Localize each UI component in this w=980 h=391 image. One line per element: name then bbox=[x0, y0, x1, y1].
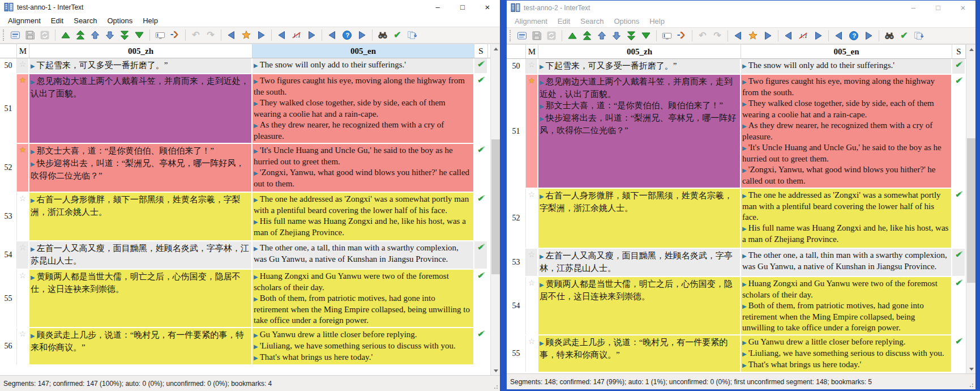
next-non-1-1-icon[interactable] bbox=[811, 29, 825, 42]
target-segment[interactable]: ▶They walked close together, side by sid… bbox=[254, 97, 471, 120]
source-segment[interactable]: ▶下起雪来，可又多受一番折磨了。” bbox=[31, 60, 249, 72]
source-segment[interactable]: ▶黄顾两人都是当世大儒，明亡之后，心伤国变，隐居不仕，这日连袂来到崇德。 bbox=[31, 271, 249, 295]
target-segment[interactable]: ▶Both of them, from patriotic motives, h… bbox=[254, 293, 471, 326]
target-segment[interactable]: ▶The snow will only add to their sufferi… bbox=[254, 60, 471, 71]
previous-non-1-1-icon[interactable] bbox=[782, 29, 795, 42]
confirmed-check-icon[interactable]: ✔ bbox=[956, 279, 962, 287]
bookmark-star-outline-icon[interactable]: ☆ bbox=[19, 271, 27, 279]
next-unconfirmed-icon[interactable] bbox=[862, 29, 875, 42]
bookmark-star-outline-icon[interactable]: ☆ bbox=[528, 61, 536, 69]
bookmark-cell[interactable]: ★ bbox=[17, 144, 29, 192]
move-segment-down-icon[interactable] bbox=[610, 29, 623, 42]
menu-options[interactable]: Options bbox=[609, 16, 644, 27]
vertical-scrollbar[interactable] bbox=[966, 45, 975, 373]
status-cell[interactable]: ✔ bbox=[474, 74, 488, 143]
status-cell[interactable]: ✔ bbox=[474, 144, 488, 192]
source-segment-cell[interactable]: ▶忽见南边大道上两个人戴着斗笠，并肩而来，走到近处，认出了面貌。▶那文士大喜，道… bbox=[538, 75, 741, 188]
status-cell[interactable]: ✔ bbox=[952, 249, 966, 276]
bookmark-cell[interactable]: ☆ bbox=[17, 193, 29, 240]
source-segment-cell[interactable]: ▶顾炎武走上几步，说道：“晚村兄，有一件要紧的事，特来和你商议。” bbox=[29, 328, 253, 364]
source-segment[interactable]: ▶顾炎武走上几步，说道：“晚村兄，有一件要紧的事，特来和你商议。” bbox=[31, 329, 249, 353]
confirmed-check-icon[interactable]: ✔ bbox=[956, 338, 962, 345]
confirmed-check-icon[interactable]: ✔ bbox=[478, 244, 484, 251]
target-segment[interactable]: ▶Huang Zongxi and Gu Yanwu were two of t… bbox=[254, 271, 471, 293]
bookmark-cell[interactable]: ☆ bbox=[17, 270, 29, 327]
target-segment-cell[interactable]: ▶The snow will only add to their sufferi… bbox=[253, 58, 474, 73]
source-segment-cell[interactable]: ▶右首一人身形微胖，颏下一部黑须，姓黄名宗羲，字梨洲，浙江余姚人士。 bbox=[538, 189, 741, 248]
scroll-down-arrow[interactable] bbox=[491, 366, 500, 375]
target-segment[interactable]: ▶Huang Zongxi and Gu Yanwu were two of t… bbox=[742, 278, 949, 300]
status-cell[interactable]: ✔ bbox=[474, 328, 488, 364]
menu-alignment[interactable]: Alignment bbox=[510, 16, 553, 27]
menu-search[interactable]: Search bbox=[69, 15, 102, 26]
bookmark-star-outline-icon[interactable]: ☆ bbox=[528, 190, 536, 198]
target-segment[interactable]: ▶'Zongxi, Yanwu, what good wind blows yo… bbox=[254, 167, 471, 189]
bookmark-star-outline-icon[interactable]: ☆ bbox=[528, 250, 536, 258]
target-segment[interactable]: ▶'It's Uncle Huang and Uncle Gu,' he sai… bbox=[742, 142, 949, 164]
toolbar-drag-handle[interactable] bbox=[510, 30, 512, 41]
shift-text-down-fast-icon[interactable] bbox=[624, 29, 638, 42]
shift-text-up-icon[interactable] bbox=[566, 29, 579, 42]
unconfirmed-status-icon[interactable]: ? bbox=[847, 29, 861, 42]
target-segment-cell[interactable]: ▶The one he addressed as 'Zongxi' was a … bbox=[741, 189, 952, 248]
target-segment[interactable]: ▶As they drew nearer, he recognized them… bbox=[254, 120, 471, 142]
minimize-button[interactable]: – bbox=[901, 1, 926, 15]
confirmed-check-icon[interactable]: ✔ bbox=[478, 195, 484, 202]
target-segment[interactable]: ▶That's what brings us here today.' bbox=[742, 359, 949, 371]
menu-search[interactable]: Search bbox=[575, 16, 609, 27]
bookmark-icon[interactable] bbox=[239, 28, 253, 42]
target-segment-cell[interactable]: ▶The snow will only add to their sufferi… bbox=[741, 59, 952, 74]
target-segment-cell[interactable]: ▶Gu Yanwu drew a little closer before re… bbox=[741, 335, 952, 372]
non-1-1-icon[interactable]: 1:1 bbox=[290, 28, 303, 42]
source-segment[interactable]: ▶右首一人身形微胖，颏下一部黑须，姓黄名宗羲，字梨洲，浙江余姚人士。 bbox=[31, 194, 249, 218]
target-segment[interactable]: ▶The other one, a tall, thin man with a … bbox=[742, 250, 949, 272]
target-segment[interactable]: ▶Two figures caught his eye, moving alon… bbox=[742, 76, 949, 98]
source-segment-cell[interactable]: ▶右首一人身形微胖，颏下一部黑须，姓黄名宗羲，字梨洲，浙江余姚人士。 bbox=[29, 193, 253, 240]
move-segment-down-icon[interactable] bbox=[103, 28, 117, 42]
target-segment-cell[interactable]: ▶Two figures caught his eye, moving alon… bbox=[741, 75, 952, 188]
previous-unconfirmed-icon[interactable] bbox=[326, 28, 339, 42]
menu-edit[interactable]: Edit bbox=[46, 15, 69, 26]
target-segment[interactable]: ▶His full name was Huang Zongxi and he, … bbox=[742, 223, 949, 245]
next-bookmark-icon[interactable] bbox=[761, 29, 774, 42]
source-segment[interactable]: ▶顾炎武走上几步，说道：“晚村兄，有一件要紧的事，特来和你商议。” bbox=[540, 337, 738, 360]
bookmark-star-icon[interactable]: ★ bbox=[528, 76, 536, 84]
title-bar[interactable]: test-anno-2 - InterText – □ × bbox=[507, 1, 975, 15]
source-segment-cell[interactable]: ▶那文士大喜，道：“是你黄伯伯、顾伯伯来了！”▶快步迎将出去，叫道：“梨洲兄、亭… bbox=[29, 144, 253, 192]
scroll-up-arrow[interactable] bbox=[966, 45, 975, 54]
source-segment-cell[interactable]: ▶左首一人又高又瘦，面目黝黑，姓顾名炎武，字亭林，江苏昆山人士。 bbox=[538, 249, 741, 276]
source-segment[interactable]: ▶右首一人身形微胖，颏下一部黑须，姓黄名宗羲，字梨洲，浙江余姚人士。 bbox=[540, 190, 738, 214]
scroll-down-arrow[interactable] bbox=[966, 364, 975, 373]
shift-text-up-icon[interactable] bbox=[59, 28, 72, 42]
confirmed-check-icon[interactable]: ✔ bbox=[478, 146, 484, 154]
edit-segment-icon[interactable] bbox=[153, 28, 167, 42]
menu-help[interactable]: Help bbox=[644, 16, 670, 27]
menu-alignment[interactable]: Alignment bbox=[3, 15, 46, 26]
menu-edit[interactable]: Edit bbox=[553, 16, 575, 27]
target-segment-cell[interactable]: ▶Huang Zongxi and Gu Yanwu were two of t… bbox=[253, 270, 474, 327]
next-non-1-1-icon[interactable] bbox=[305, 28, 318, 42]
confirmed-check-icon[interactable]: ✔ bbox=[956, 191, 962, 198]
bookmark-cell[interactable]: ☆ bbox=[526, 277, 538, 334]
bookmark-star-outline-icon[interactable]: ☆ bbox=[528, 337, 536, 345]
confirmed-check-icon[interactable]: ✔ bbox=[478, 330, 484, 338]
target-segment-cell[interactable]: ▶The other one, a tall, thin man with a … bbox=[741, 249, 952, 276]
target-segment[interactable]: ▶'Liuliang, we have something serious to… bbox=[742, 348, 949, 359]
scrollbar-thumb[interactable] bbox=[967, 138, 975, 283]
source-segment-cell[interactable]: ▶黄顾两人都是当世大儒，明亡之后，心伤国变，隐居不仕，这日连袂来到崇德。 bbox=[29, 270, 253, 327]
target-segment[interactable]: ▶His full name was Huang Zongxi and he, … bbox=[254, 216, 471, 238]
bookmark-cell[interactable]: ★ bbox=[526, 75, 538, 188]
bookmark-star-outline-icon[interactable]: ☆ bbox=[19, 194, 27, 202]
shift-text-down-icon[interactable] bbox=[132, 28, 146, 42]
resize-grip[interactable] bbox=[968, 382, 974, 388]
bookmark-cell[interactable]: ★ bbox=[17, 74, 29, 143]
bookmark-star-icon[interactable]: ★ bbox=[19, 146, 27, 154]
source-segment-cell[interactable]: ▶左首一人又高又瘦，面目黝黑，姓顾名炎武，字亭林，江苏昆山人士。 bbox=[29, 241, 253, 269]
close-button[interactable]: × bbox=[951, 1, 975, 15]
target-segment[interactable]: ▶The other one, a tall, thin man with a … bbox=[254, 243, 471, 265]
confirmed-check-icon[interactable]: ✔ bbox=[478, 272, 484, 279]
non-1-1-icon[interactable]: 1:1 bbox=[797, 29, 810, 42]
bookmark-star-outline-icon[interactable]: ☆ bbox=[19, 330, 27, 338]
previous-bookmark-icon[interactable] bbox=[225, 28, 238, 42]
target-segment[interactable]: ▶The one he addressed as 'Zongxi' was a … bbox=[254, 194, 471, 216]
